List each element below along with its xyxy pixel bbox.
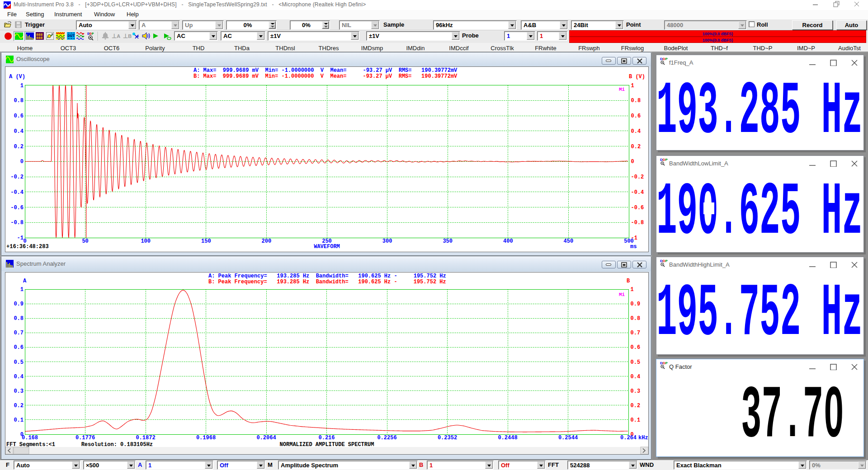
svg-text:350: 350 (443, 238, 453, 244)
svg-text:0.216: 0.216 (318, 435, 335, 441)
svg-text:0.2: 0.2 (631, 403, 641, 409)
svg-text:DDP: DDP (87, 32, 94, 36)
svg-text:200: 200 (262, 238, 272, 244)
svg-text:+16:36:48:283: +16:36:48:283 (6, 244, 49, 250)
svg-text:0.8: 0.8 (631, 315, 641, 322)
svg-text:0.2064: 0.2064 (256, 435, 276, 441)
svg-text:0.6: 0.6 (14, 113, 24, 119)
svg-text:150: 150 (201, 238, 211, 244)
svg-text:1: 1 (20, 287, 24, 293)
svg-text:0.1872: 0.1872 (136, 435, 155, 441)
svg-text:400: 400 (503, 238, 513, 244)
svg-text:888: 888 (36, 36, 43, 40)
svg-text:0.4: 0.4 (14, 374, 24, 380)
svg-text:0.2: 0.2 (14, 144, 24, 150)
svg-text:B: Peak Frequency= 193.285 H: B: Peak Frequency= 193.285 Hz Bandwidth=… (208, 279, 446, 285)
svg-text:0.2544: 0.2544 (558, 435, 578, 441)
svg-text:0.1776: 0.1776 (75, 435, 95, 441)
svg-text:0.1: 0.1 (631, 417, 641, 423)
svg-text:DUT: DUT (68, 34, 75, 38)
svg-text:0.8: 0.8 (631, 98, 641, 104)
svg-text:0.4: 0.4 (631, 374, 641, 380)
svg-text:Mi: Mi (619, 87, 625, 92)
svg-text:0.3: 0.3 (631, 388, 641, 395)
svg-text:-0.4: -0.4 (10, 189, 24, 196)
svg-text:0.1968: 0.1968 (196, 435, 216, 441)
svg-text:0.9: 0.9 (14, 301, 24, 307)
svg-text:Mi: Mi (619, 292, 625, 297)
svg-text:-0.6: -0.6 (631, 205, 644, 211)
svg-text:A: Peak Frequency= 193.285 H: A: Peak Frequency= 193.285 Hz Bandwidth=… (208, 273, 446, 279)
svg-text:1: 1 (631, 287, 634, 293)
svg-text:0.8: 0.8 (14, 315, 24, 322)
svg-text:-0.8: -0.8 (10, 220, 24, 226)
svg-text:0.2448: 0.2448 (498, 435, 517, 441)
svg-text:0: 0 (631, 159, 634, 165)
svg-text:A: A (23, 278, 27, 284)
svg-text:0.6: 0.6 (14, 344, 24, 351)
svg-text:0.2: 0.2 (631, 144, 641, 150)
svg-text:A (V): A (V) (9, 74, 25, 80)
svg-text:0.2256: 0.2256 (377, 435, 396, 441)
svg-text:0.264: 0.264 (620, 435, 637, 441)
svg-text:-1: -1 (17, 235, 24, 241)
svg-text:B: Max= 999.9689 mV Min= -1.: B: Max= 999.9689 mV Min= -1.0000000 V Me… (193, 73, 458, 80)
svg-text:0.8: 0.8 (14, 98, 24, 104)
svg-text:0.4: 0.4 (14, 128, 24, 135)
svg-text:1: 1 (631, 83, 634, 89)
svg-text:0.7: 0.7 (14, 330, 24, 336)
svg-text:300: 300 (382, 238, 392, 244)
svg-text:A: Max= 999.9689 mV Min= -1.: A: Max= 999.9689 mV Min= -1.0000000 V Me… (193, 67, 458, 74)
svg-text:0.2: 0.2 (14, 403, 24, 409)
svg-text:ms: ms (630, 244, 637, 250)
svg-text:0.4: 0.4 (631, 128, 641, 135)
svg-text:0: 0 (20, 159, 24, 165)
svg-text:0.168: 0.168 (22, 435, 38, 441)
svg-text:kHz: kHz (638, 435, 648, 441)
svg-text:-0.8: -0.8 (631, 220, 644, 226)
svg-text:-0.2: -0.2 (631, 174, 644, 180)
svg-text:0.6: 0.6 (631, 113, 641, 119)
svg-text:0.5: 0.5 (14, 359, 24, 366)
svg-text:WAVEFORM: WAVEFORM (314, 244, 340, 250)
svg-text:B: B (627, 278, 630, 284)
svg-text:0.5: 0.5 (631, 359, 641, 366)
svg-text:0.2352: 0.2352 (438, 435, 457, 441)
svg-text:100: 100 (141, 238, 151, 244)
svg-text:50: 50 (82, 238, 88, 244)
svg-text:0.7: 0.7 (631, 330, 641, 336)
svg-text:0.9: 0.9 (631, 301, 641, 307)
svg-text:0.3: 0.3 (14, 388, 24, 395)
svg-text:1: 1 (20, 83, 24, 89)
svg-text:-0.6: -0.6 (10, 205, 24, 211)
svg-text:B (V): B (V) (629, 74, 645, 80)
svg-text:0.1: 0.1 (14, 417, 24, 423)
svg-text:NORMALIZED AMPLITUDE SPECTRUM: NORMALIZED AMPLITUDE SPECTRUM (280, 442, 374, 448)
svg-text:450: 450 (564, 238, 574, 244)
svg-text:0.6: 0.6 (631, 344, 641, 351)
svg-text:-0.4: -0.4 (631, 189, 644, 196)
svg-text:-0.2: -0.2 (10, 174, 24, 180)
